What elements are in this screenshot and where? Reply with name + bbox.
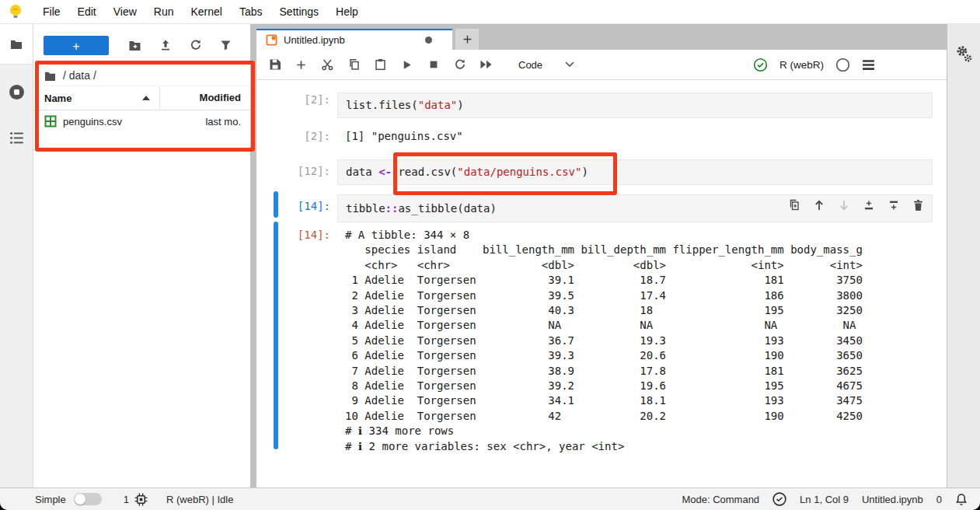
input-prompt: [2]: (256, 93, 337, 118)
statusbar-filename[interactable]: Untitled.ipynb (862, 494, 923, 505)
output-prompt: [2]: (256, 126, 337, 146)
output-text: [1] "penguins.csv" (337, 126, 463, 146)
breadcrumb-folder-icon (44, 71, 56, 81)
upload-button[interactable] (159, 39, 172, 51)
cell-1-output: [2]: [1] "penguins.csv" (256, 126, 947, 146)
notification-count[interactable]: 0 (936, 494, 942, 505)
new-launcher-button[interactable]: + (44, 36, 109, 55)
notebook-body: Code R (webR) (256, 50, 947, 488)
menu-view[interactable]: View (105, 0, 145, 23)
right-sidebar (947, 24, 980, 488)
duplicate-cell-button[interactable] (788, 199, 801, 212)
file-modified: last mo. (205, 116, 241, 128)
cut-cells-button[interactable] (321, 58, 334, 72)
refresh-button[interactable] (190, 39, 202, 51)
tab-untitled-ipynb[interactable]: Untitled.ipynb (256, 29, 452, 50)
new-folder-button[interactable] (128, 40, 141, 51)
menu-help[interactable]: Help (327, 0, 367, 23)
sidebar-lower (0, 64, 33, 488)
save-button[interactable] (268, 58, 281, 72)
unsaved-changes-dot[interactable] (425, 37, 432, 44)
add-cell-button[interactable] (295, 58, 308, 72)
activity-sidebar (0, 24, 33, 488)
code-cell-3-active: [14]: tibble::as_tibble(data) (256, 194, 947, 222)
column-header-name[interactable]: Name (44, 93, 159, 104)
tibble-output-text: # A tibble: 344 × 8 species island bill_… (337, 226, 863, 454)
notebook-cells-area: [2]: list.files("data") [2]: [1] "pengui… (256, 80, 947, 488)
property-inspector-gears-icon[interactable] (955, 45, 972, 488)
breadcrumb[interactable]: / data / (33, 65, 250, 86)
menu-run[interactable]: Run (145, 0, 183, 23)
file-browser-panel: + (33, 24, 250, 488)
cursor-position[interactable]: Ln 1, Col 9 (800, 494, 849, 505)
filter-files-button[interactable] (220, 40, 232, 51)
sidebar-tab-table-of-contents[interactable] (9, 131, 24, 145)
toggle-knob (75, 494, 85, 505)
move-cell-down-button[interactable] (838, 199, 851, 212)
code-cell-1: [2]: list.files("data") (256, 93, 947, 118)
csv-file-icon (44, 115, 57, 128)
input-prompt: [14]: (256, 194, 337, 222)
jupyterlite-logo-icon (8, 3, 23, 20)
menu-edit[interactable]: Edit (69, 0, 105, 23)
tab-title: Untitled.ipynb (284, 34, 345, 46)
kernel-status-icon[interactable] (835, 58, 850, 72)
insert-cell-above-button[interactable] (863, 199, 876, 212)
cell-toolbar (788, 199, 926, 212)
paste-cells-button[interactable] (374, 58, 387, 72)
status-bar: Simple 1 R (webR) | Idle Mode: Command L (0, 487, 980, 510)
sort-ascending-icon (142, 96, 150, 100)
move-cell-up-button[interactable] (813, 199, 826, 212)
output-prompt: [14]: (256, 226, 337, 454)
trusted-check-icon (753, 58, 768, 72)
command-mode-indicator[interactable]: Mode: Command (682, 494, 759, 505)
insert-cell-below-button[interactable] (888, 199, 901, 212)
tab-bar: Untitled.ipynb (256, 24, 947, 50)
notebook-toolbar: Code R (webR) (256, 50, 947, 80)
notebook-file-icon (266, 34, 277, 46)
sidebar-tab-running-kernels[interactable] (9, 84, 25, 100)
kernel-chip-icon[interactable] (134, 493, 148, 506)
file-name: penguins.csv (63, 116, 205, 128)
cell-input-collapser[interactable] (274, 191, 278, 218)
bell-icon[interactable] (955, 493, 968, 506)
code-editor-1[interactable]: list.files("data") (337, 93, 933, 118)
delete-cell-button[interactable] (912, 199, 926, 212)
folder-icon (9, 38, 23, 51)
running-kernels-icon (9, 84, 25, 100)
kernel-count: 1 (124, 494, 129, 505)
code-editor-3[interactable]: tibble::as_tibble(data) (337, 194, 933, 222)
sidebar-tab-filebrowser[interactable] (0, 24, 33, 64)
jupyterlab-window: File Edit View Run Kernel Tabs Settings … (0, 0, 980, 510)
column-header-modified[interactable]: Modified (159, 86, 250, 110)
copy-cells-button[interactable] (347, 58, 361, 72)
notebook-panel: Untitled.ipynb (256, 24, 947, 488)
restart-kernel-button[interactable] (453, 58, 466, 72)
hamburger-menu-icon[interactable] (862, 59, 875, 71)
new-tab-button[interactable] (455, 29, 479, 50)
run-cell-button[interactable] (400, 58, 413, 72)
file-list-header: Name Modified (33, 86, 250, 110)
menu-file[interactable]: File (34, 0, 69, 23)
breadcrumb-path: / data / (63, 69, 96, 82)
simple-mode-label: Simple (35, 494, 66, 505)
kernel-name-button[interactable]: R (webR) (779, 59, 824, 71)
file-browser-toolbar: + (33, 35, 250, 55)
restart-run-all-button[interactable] (480, 58, 493, 72)
menu-settings[interactable]: Settings (271, 0, 328, 23)
simple-mode-toggle[interactable] (74, 493, 102, 505)
menu-kernel[interactable]: Kernel (182, 0, 230, 23)
menu-bar: File Edit View Run Kernel Tabs Settings … (0, 0, 980, 24)
kernel-status-text[interactable]: R (webR) | Idle (166, 494, 233, 505)
cell-type-dropdown[interactable]: Code (518, 59, 575, 71)
toc-list-icon (9, 131, 24, 145)
cell-output-collapser[interactable] (274, 222, 278, 449)
trust-shield-icon[interactable] (772, 492, 786, 506)
chevron-down-icon (564, 61, 575, 68)
code-cell-2: [12]: data <- read.csv("data/penguins.cs… (256, 159, 947, 185)
file-row-penguins-csv[interactable]: penguins.csv last mo. (33, 110, 250, 132)
interrupt-kernel-button[interactable] (427, 58, 440, 72)
menu-tabs[interactable]: Tabs (231, 0, 271, 23)
code-editor-2[interactable]: data <- read.csv("data/penguins.csv") (337, 159, 933, 185)
cell-3-output: [14]: # A tibble: 344 × 8 species island… (256, 226, 947, 454)
